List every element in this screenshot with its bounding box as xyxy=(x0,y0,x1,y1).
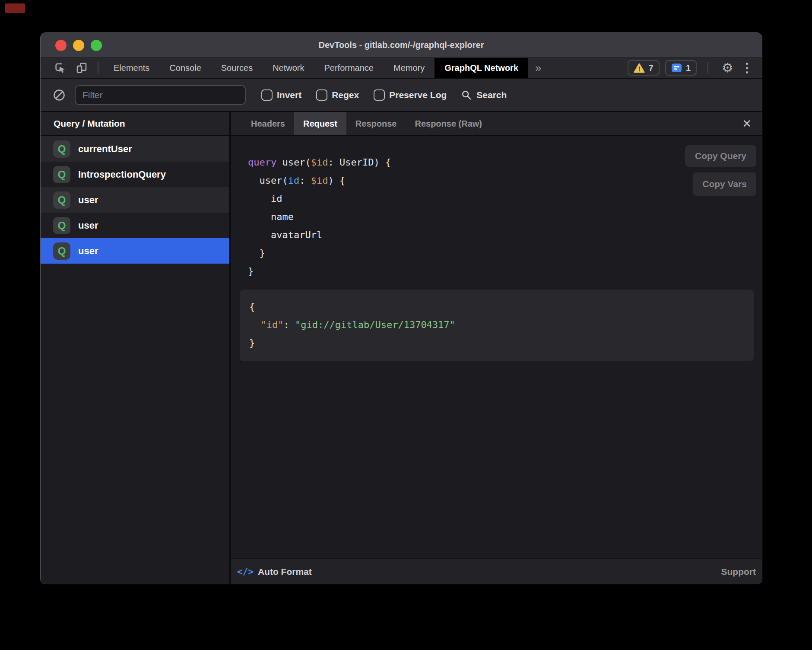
code-line: } xyxy=(248,262,391,280)
more-tabs-icon[interactable]: » xyxy=(535,61,541,75)
support-link[interactable]: Support xyxy=(721,567,756,577)
tab-elements[interactable]: Elements xyxy=(104,57,159,78)
query-type-badge: Q xyxy=(53,140,70,158)
tab-graphql-network[interactable]: GraphQL Network xyxy=(435,57,528,78)
tab-sources[interactable]: Sources xyxy=(211,57,263,78)
detail-tab-bar: Headers Request Response Response (Raw) … xyxy=(231,112,762,136)
filter-bar: Invert Regex Preserve Log Search xyxy=(41,79,762,112)
code-line: avatarUrl xyxy=(248,226,391,244)
invert-checkbox-group: Invert xyxy=(261,89,301,101)
regex-label[interactable]: Regex xyxy=(332,90,359,100)
more-options-icon[interactable] xyxy=(742,60,752,76)
detail-footer: </> Auto Format Support xyxy=(231,558,762,584)
warning-icon xyxy=(634,63,645,73)
tab-response-raw[interactable]: Response (Raw) xyxy=(406,112,491,135)
query-type-badge: Q xyxy=(53,166,70,183)
code-line: name xyxy=(248,208,391,226)
regex-checkbox[interactable] xyxy=(316,89,327,101)
toolbar-divider xyxy=(98,62,98,73)
copy-vars-button[interactable]: Copy Vars xyxy=(693,172,756,196)
query-list-header: Query / Mutation xyxy=(41,112,229,136)
request-query-code: query user($id: UserID) { user(id: $id) … xyxy=(248,153,391,280)
clear-filter-icon[interactable] xyxy=(53,89,66,102)
code-line: } xyxy=(248,244,391,262)
list-item-user-selected[interactable]: Q user xyxy=(41,238,229,264)
inspect-element-icon[interactable] xyxy=(52,60,68,76)
tab-network[interactable]: Network xyxy=(263,57,314,78)
auto-format-label: Auto Format xyxy=(258,567,312,577)
code-line: { xyxy=(249,298,754,316)
list-item-label: IntrospectionQuery xyxy=(78,169,166,180)
settings-gear-icon[interactable]: ⚙ xyxy=(719,61,736,74)
messages-count: 1 xyxy=(686,63,691,73)
invert-checkbox[interactable] xyxy=(261,89,273,101)
tab-headers[interactable]: Headers xyxy=(242,112,294,135)
filter-input[interactable] xyxy=(75,85,246,105)
list-item-label: user xyxy=(78,194,98,206)
request-view: query user($id: UserID) { user(id: $id) … xyxy=(231,136,762,558)
query-type-badge: Q xyxy=(53,242,70,260)
preserve-log-checkbox[interactable] xyxy=(374,89,385,101)
request-variables-box: { "id": "gid://gitlab/User/13704317" } xyxy=(240,290,754,361)
toolbar-right-cluster: 7 1 ⚙ xyxy=(628,60,762,76)
window-title: DevTools - gitlab.com/-/graphql-explorer xyxy=(41,40,762,50)
search-control[interactable]: Search xyxy=(460,89,507,101)
device-toolbar-icon[interactable] xyxy=(74,60,89,76)
query-type-badge: Q xyxy=(53,191,70,209)
toolbar-divider xyxy=(707,62,708,73)
list-item-user-2[interactable]: Q user xyxy=(41,213,229,238)
list-item-label: user xyxy=(78,220,98,231)
code-brackets-icon: </> xyxy=(237,567,254,577)
search-label: Search xyxy=(476,90,507,100)
code-line: } xyxy=(249,334,754,352)
list-item-user-1[interactable]: Q user xyxy=(41,187,229,213)
tab-response[interactable]: Response xyxy=(346,112,406,135)
copy-buttons: Copy Query Copy Vars xyxy=(685,145,756,196)
close-detail-icon[interactable]: ✕ xyxy=(739,115,755,132)
preserve-log-checkbox-group: Preserve Log xyxy=(374,89,447,101)
message-icon xyxy=(671,63,682,73)
screen-artifact xyxy=(5,3,25,13)
devtools-window: DevTools - gitlab.com/-/graphql-explorer… xyxy=(40,32,762,584)
query-list-panel: Query / Mutation Q currentUser Q Introsp… xyxy=(41,112,231,584)
code-line: user(id: $id) { xyxy=(248,172,391,190)
code-line: "id": "gid://gitlab/User/13704317" xyxy=(249,316,754,334)
tab-memory[interactable]: Memory xyxy=(384,57,435,78)
code-line: id xyxy=(248,190,391,208)
list-item-label: user xyxy=(78,245,98,257)
invert-label[interactable]: Invert xyxy=(277,90,301,100)
regex-checkbox-group: Regex xyxy=(316,89,359,101)
preserve-log-label[interactable]: Preserve Log xyxy=(389,90,447,100)
tab-performance[interactable]: Performance xyxy=(314,57,384,78)
list-item-currentuser[interactable]: Q currentUser xyxy=(41,136,229,162)
list-item-introspectionquery[interactable]: Q IntrospectionQuery xyxy=(41,162,229,187)
list-item-label: currentUser xyxy=(78,143,132,155)
query-type-badge: Q xyxy=(53,217,70,234)
messages-badge[interactable]: 1 xyxy=(665,60,697,76)
devtools-toolbar: Elements Console Sources Network Perform… xyxy=(41,58,762,79)
main-content: Query / Mutation Q currentUser Q Introsp… xyxy=(41,112,762,584)
title-bar: DevTools - gitlab.com/-/graphql-explorer xyxy=(41,33,762,58)
tab-console[interactable]: Console xyxy=(159,57,211,78)
warnings-badge[interactable]: 7 xyxy=(628,60,660,76)
copy-query-button[interactable]: Copy Query xyxy=(685,145,756,167)
tab-request[interactable]: Request xyxy=(294,112,346,135)
warnings-count: 7 xyxy=(649,63,653,73)
detail-panel: Headers Request Response Response (Raw) … xyxy=(231,112,762,584)
code-line: query user($id: UserID) { xyxy=(248,153,391,172)
auto-format-button[interactable]: </> Auto Format xyxy=(237,567,312,577)
search-icon xyxy=(460,89,473,101)
